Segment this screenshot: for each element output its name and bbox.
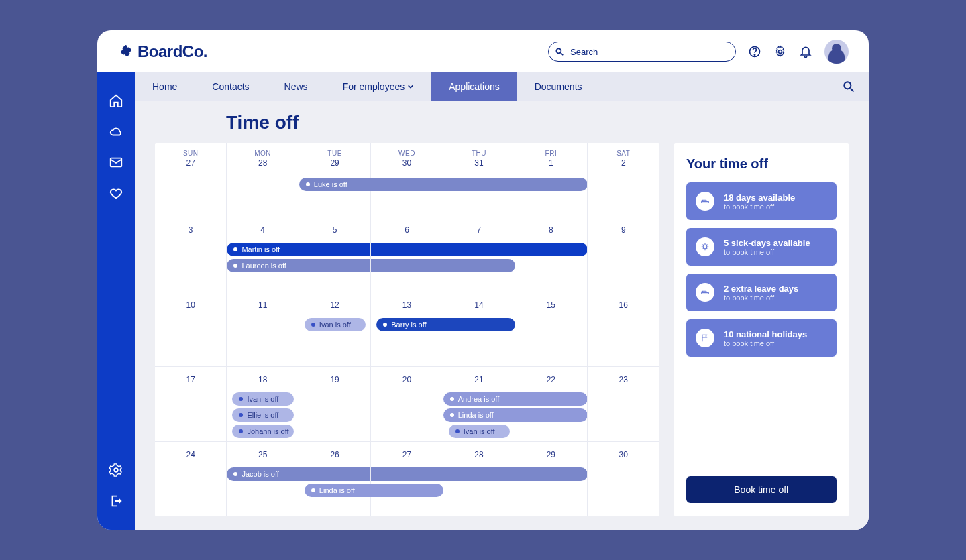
day-number: 9 (588, 225, 659, 235)
day-cell[interactable]: 30 (588, 442, 659, 516)
day-cell[interactable]: 11 (227, 292, 299, 367)
day-cell[interactable]: 10 (155, 292, 227, 367)
search-icon (555, 47, 564, 56)
sidebar (97, 72, 135, 530)
calendar-event[interactable]: Ivan is off (232, 392, 293, 406)
day-number: 4 (227, 225, 298, 235)
event-label: Luke is off (314, 180, 347, 188)
day-cell[interactable]: MON28 (227, 143, 299, 217)
day-cell[interactable]: 22 (515, 367, 587, 441)
calendar: SUN27MON28TUE29Luke is offWED30THU31FRI1… (155, 143, 659, 516)
help-icon[interactable] (748, 45, 761, 58)
day-number: 29 (515, 450, 586, 459)
cloud-icon[interactable] (109, 124, 123, 139)
day-label: THU (443, 150, 515, 157)
event-label: Barry is off (391, 321, 426, 329)
day-number: 12 (299, 300, 370, 310)
day-cell[interactable]: 29 (515, 442, 587, 516)
day-cell[interactable]: THU31 (443, 143, 515, 217)
day-cell[interactable]: 16 (588, 292, 659, 367)
day-number: 22 (515, 375, 586, 384)
day-cell[interactable]: 7 (443, 217, 515, 292)
day-cell[interactable]: 3 (155, 217, 227, 292)
day-number: 28 (443, 450, 515, 459)
day-cell[interactable]: 17 (155, 367, 227, 441)
event-label: Laureen is off (241, 262, 286, 270)
day-cell[interactable]: 9 (588, 217, 659, 292)
day-cell[interactable]: 20 (371, 367, 443, 441)
day-cell[interactable]: 23 (588, 367, 659, 441)
day-cell[interactable]: 15 (515, 292, 587, 367)
calendar-event[interactable]: Ivan is off (305, 318, 366, 331)
logout-icon[interactable] (109, 494, 123, 508)
day-number: 28 (227, 158, 298, 168)
day-cell[interactable]: 28 (443, 442, 515, 516)
nav-item-label: Contacts (212, 81, 249, 92)
day-number: 16 (588, 300, 659, 310)
time-off-card[interactable]: 5 sick-days availableto book time off (686, 228, 837, 266)
calendar-event[interactable]: Ivan is off (449, 425, 510, 438)
time-off-card[interactable]: 18 days availableto book time off (686, 182, 837, 220)
settings-icon[interactable] (109, 463, 123, 478)
app-window: BoardCo. HomeContactsNewsFor employees (97, 30, 869, 530)
day-cell[interactable]: 4Martin is offLaureen is off (227, 217, 299, 292)
body: HomeContactsNewsFor employeesApplication… (97, 72, 869, 530)
card-subtitle: to book time off (724, 339, 807, 347)
nav-item-news[interactable]: News (267, 72, 325, 101)
day-cell[interactable]: 25Jacob is off (227, 442, 299, 516)
heart-icon[interactable] (109, 186, 123, 201)
day-cell[interactable]: 5 (299, 217, 371, 292)
nav-item-documents[interactable]: Documents (517, 72, 600, 101)
time-off-card[interactable]: 2 extra leave daysto book time off (686, 274, 837, 311)
day-cell[interactable]: 26Linda is off (299, 442, 371, 516)
nav-item-for-employees[interactable]: For employees (325, 72, 432, 101)
day-number: 8 (515, 225, 586, 235)
day-cell[interactable]: 19 (299, 367, 371, 441)
search-input[interactable] (548, 42, 736, 62)
day-cell[interactable]: 18Ivan is offEllie is offJohann is off (227, 367, 299, 441)
day-cell[interactable]: FRI1 (515, 143, 587, 217)
calendar-event[interactable]: Johann is off (232, 425, 293, 438)
day-cell[interactable]: 14 (443, 292, 515, 367)
book-time-off-button[interactable]: Book time off (686, 476, 837, 503)
day-number: 31 (443, 158, 515, 168)
top-nav: HomeContactsNewsFor employeesApplication… (135, 72, 869, 101)
calendar-event[interactable]: Ellie is off (232, 408, 293, 422)
bell-icon[interactable] (799, 45, 812, 58)
nav-search[interactable] (828, 72, 869, 101)
nav-item-applications[interactable]: Applications (431, 72, 517, 101)
day-cell[interactable]: 12Ivan is off (299, 292, 371, 367)
event-label: Ivan is off (464, 427, 495, 435)
svg-point-0 (556, 48, 561, 53)
card-subtitle: to book time off (724, 203, 795, 211)
time-off-panel: Your time off 18 days availableto book t… (674, 143, 849, 516)
day-cell[interactable]: 13Barry is off (371, 292, 443, 367)
header-right (548, 40, 849, 64)
home-icon[interactable] (109, 93, 123, 108)
day-cell[interactable]: 8 (515, 217, 587, 292)
card-title: 2 extra leave days (724, 284, 798, 294)
day-number: 27 (155, 158, 226, 168)
day-number: 6 (371, 225, 442, 235)
day-cell[interactable]: SAT2 (588, 143, 659, 217)
event-dot (233, 472, 237, 476)
page-title: Time off (226, 112, 849, 133)
day-cell[interactable]: 27 (371, 442, 443, 516)
day-label: MON (227, 150, 298, 157)
event-label: Jacob is off (241, 470, 278, 478)
time-off-card[interactable]: 10 national holidaysto book time off (686, 319, 837, 357)
nav-item-contacts[interactable]: Contacts (195, 72, 266, 101)
gear-icon[interactable] (773, 45, 787, 58)
mail-icon[interactable] (109, 155, 123, 170)
day-cell[interactable]: 6 (371, 217, 443, 292)
day-cell[interactable]: 24 (155, 442, 227, 516)
chevron-down-icon (407, 83, 414, 90)
logo[interactable]: BoardCo. (117, 42, 207, 61)
day-cell[interactable]: WED30 (371, 143, 443, 217)
avatar[interactable] (824, 40, 849, 64)
day-cell[interactable]: TUE29Luke is off (299, 143, 371, 217)
day-number: 27 (371, 450, 442, 459)
day-cell[interactable]: 21Andrea is offLinda is offIvan is off (443, 367, 515, 441)
day-cell[interactable]: SUN27 (155, 143, 227, 217)
nav-item-home[interactable]: Home (135, 72, 195, 101)
